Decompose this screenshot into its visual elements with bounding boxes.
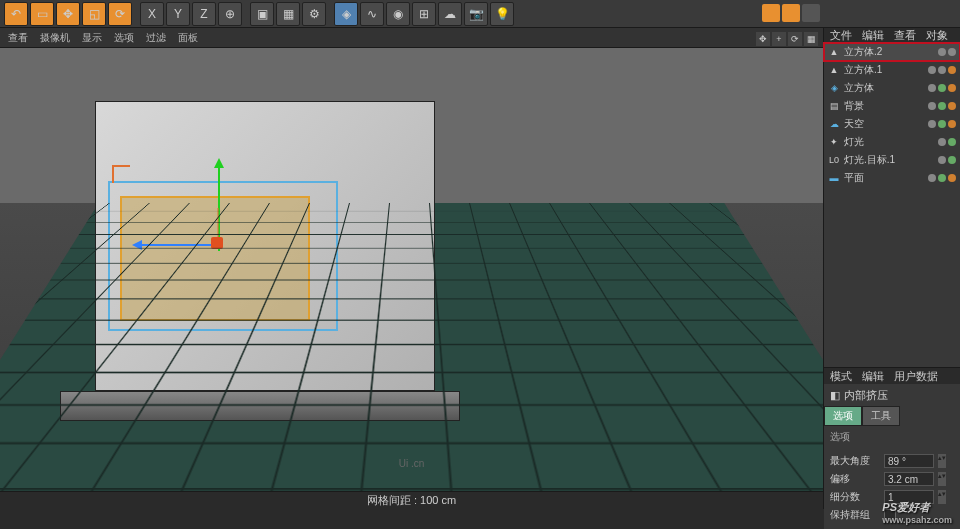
object-row-background[interactable]: ▤ 背景 <box>824 97 960 115</box>
polygon-icon: ▲ <box>828 46 840 58</box>
add-environment-button[interactable]: ☁ <box>438 2 462 26</box>
object-manager[interactable]: ▲ 立方体.2 ▲ 立方体.1 ◈ 立方体 ▤ 背景 ☁ 天空 <box>824 43 960 187</box>
menu-filter[interactable]: 过滤 <box>146 31 166 45</box>
object-row-light-target[interactable]: L0 灯光.目标.1 <box>824 151 960 169</box>
gizmo-center[interactable] <box>211 237 223 249</box>
axis-z-toggle[interactable]: Z <box>192 2 216 26</box>
object-row-cube2[interactable]: ▲ 立方体.2 <box>824 43 960 61</box>
pedestal-object <box>60 391 460 421</box>
viewport-menu-bar: 查看 摄像机 显示 选项 过滤 面板 <box>0 28 823 48</box>
add-light-button[interactable]: 💡 <box>490 2 514 26</box>
transform-gizmo[interactable] <box>215 241 225 251</box>
keep-group-label: 保持群组 <box>830 508 880 522</box>
object-row-plane[interactable]: ▬ 平面 <box>824 169 960 187</box>
plane-icon: ▬ <box>828 172 840 184</box>
move-tool[interactable]: ✥ <box>56 2 80 26</box>
null-icon: L0 <box>828 154 840 166</box>
add-camera-button[interactable]: 📷 <box>464 2 488 26</box>
attr-menu-mode[interactable]: 模式 <box>830 369 852 384</box>
attr-tab-tools[interactable]: 工具 <box>862 406 900 426</box>
add-deformer-button[interactable]: ⊞ <box>412 2 436 26</box>
object-panel-header: 文件 编辑 查看 对象 <box>824 28 960 43</box>
menu-view[interactable]: 查看 <box>8 31 28 45</box>
layout-icon-3[interactable] <box>802 4 820 22</box>
grid-distance-label: 网格间距 : 100 cm <box>367 493 456 508</box>
object-row-cube[interactable]: ◈ 立方体 <box>824 79 960 97</box>
axis-x-toggle[interactable]: X <box>140 2 164 26</box>
coord-system-button[interactable]: ⊕ <box>218 2 242 26</box>
render-button[interactable]: ▣ <box>250 2 274 26</box>
watermark: PS爱好者 www.psahz.com <box>882 497 952 525</box>
gizmo-z-axis[interactable] <box>217 208 219 238</box>
viewport-nav-layout-icon[interactable]: ▦ <box>804 32 818 46</box>
layout-icon-2[interactable] <box>782 4 800 22</box>
subdiv-label: 细分数 <box>830 490 880 504</box>
gizmo-x-axis[interactable] <box>135 244 215 246</box>
object-row-cube1[interactable]: ▲ 立方体.1 <box>824 61 960 79</box>
render-region-button[interactable]: ▦ <box>276 2 300 26</box>
attr-tool-title: ◧ 内部挤压 <box>824 384 960 406</box>
max-angle-label: 最大角度 <box>830 454 880 468</box>
cube-icon: ◈ <box>828 82 840 94</box>
axis-y-toggle[interactable]: Y <box>166 2 190 26</box>
scale-tool[interactable]: ◱ <box>82 2 106 26</box>
max-angle-input[interactable]: 89 ° <box>884 454 934 468</box>
max-angle-spinner[interactable]: ▴▾ <box>938 454 946 468</box>
obj-menu-edit[interactable]: 编辑 <box>862 28 884 43</box>
viewport-logo: Ui .cn <box>399 458 425 469</box>
offset-label: 偏移 <box>830 472 880 486</box>
obj-menu-view[interactable]: 查看 <box>894 28 916 43</box>
add-cube-button[interactable]: ◈ <box>334 2 358 26</box>
attr-menu-userdata[interactable]: 用户数据 <box>894 369 938 384</box>
offset-input[interactable]: 3.2 cm <box>884 472 934 486</box>
layout-icons <box>762 4 820 22</box>
layout-icon-1[interactable] <box>762 4 780 22</box>
menu-panel[interactable]: 面板 <box>178 31 198 45</box>
undo-button[interactable]: ↶ <box>4 2 28 26</box>
obj-menu-object[interactable]: 对象 <box>926 28 948 43</box>
main-toolbar: ↶ ▭ ✥ ◱ ⟳ X Y Z ⊕ ▣ ▦ ⚙ ◈ ∿ ◉ ⊞ ☁ 📷 💡 <box>0 0 960 28</box>
object-row-sky[interactable]: ☁ 天空 <box>824 115 960 133</box>
render-settings-button[interactable]: ⚙ <box>302 2 326 26</box>
add-spline-button[interactable]: ∿ <box>360 2 384 26</box>
object-row-light[interactable]: ✦ 灯光 <box>824 133 960 151</box>
add-generator-button[interactable]: ◉ <box>386 2 410 26</box>
section-options-label: 选项 <box>824 426 960 448</box>
select-tool[interactable]: ▭ <box>30 2 54 26</box>
light-icon: ✦ <box>828 136 840 148</box>
rotate-tool[interactable]: ⟳ <box>108 2 132 26</box>
viewport-nav-pan-icon[interactable]: ✥ <box>756 32 770 46</box>
menu-camera[interactable]: 摄像机 <box>40 31 70 45</box>
viewport-nav-rotate-icon[interactable]: ⟳ <box>788 32 802 46</box>
menu-options[interactable]: 选项 <box>114 31 134 45</box>
viewport-nav-zoom-icon[interactable]: + <box>772 32 786 46</box>
sky-icon: ☁ <box>828 118 840 130</box>
polygon-icon: ▲ <box>828 64 840 76</box>
viewport-3d[interactable]: Ui .cn <box>0 48 823 491</box>
selected-face <box>120 196 310 321</box>
attr-menu-edit[interactable]: 编辑 <box>862 369 884 384</box>
obj-menu-file[interactable]: 文件 <box>830 28 852 43</box>
attr-tab-options[interactable]: 选项 <box>824 406 862 426</box>
selection-corner-icon <box>112 165 130 183</box>
inner-extrude-icon: ◧ <box>830 389 840 402</box>
status-bar: 网格间距 : 100 cm <box>0 491 823 509</box>
menu-display[interactable]: 显示 <box>82 31 102 45</box>
offset-spinner[interactable]: ▴▾ <box>938 472 946 486</box>
background-icon: ▤ <box>828 100 840 112</box>
